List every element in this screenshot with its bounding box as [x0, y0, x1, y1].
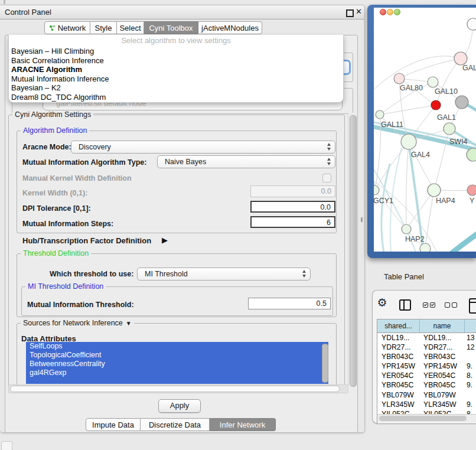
algorithm-option[interactable]: ARACNE Algorithm [9, 65, 343, 74]
horizontal-scrollbar[interactable] [8, 384, 348, 393]
table-cell [465, 352, 476, 361]
attribute-item-selected[interactable]: BetweennessCentrality [26, 360, 328, 369]
mi-type-combo[interactable]: Naive Bayes [157, 155, 335, 168]
network-node-label: GAL [462, 64, 476, 72]
column-header-name[interactable]: name [420, 319, 465, 332]
zoom-traffic-light-icon[interactable] [394, 9, 400, 15]
dpi-tolerance-label: DPI Tolerance [0,1]: [22, 204, 91, 213]
minimize-traffic-light-icon[interactable] [387, 9, 393, 15]
network-node-HAP2[interactable] [402, 224, 411, 234]
attribute-item-selected[interactable]: gal4RGexp [26, 369, 328, 377]
combo-stepper-icon[interactable] [327, 158, 331, 165]
network-node[interactable] [431, 100, 441, 110]
mi-threshold-field[interactable]: 0.5 [248, 298, 331, 309]
combo-stepper-icon[interactable] [302, 270, 306, 278]
network-node-label: GAL11 [381, 120, 403, 129]
tab-jactivemnodules[interactable]: jActiveMNodules [198, 21, 262, 34]
table-cell: 13 [465, 333, 476, 343]
table-row[interactable]: YBR045CYBR045C9. [377, 380, 476, 390]
table-icon-partial[interactable] [469, 298, 476, 314]
checked-box-icon[interactable] [423, 302, 428, 308]
vertical-scrollbar-thumb[interactable] [350, 115, 357, 387]
tab-network[interactable]: Network [44, 21, 90, 34]
network-node-GAL10[interactable] [428, 77, 438, 87]
table-cell: YBL079W [420, 390, 465, 400]
network-view-window: GALGAL80GAL10GAL11GAL1SWI4GAL4GCY1HAP4YH… [367, 5, 476, 258]
network-node[interactable] [467, 18, 476, 30]
table-cell: YBR045C [420, 380, 465, 390]
table-row[interactable]: YPR145WYPR145W9. [377, 361, 476, 371]
table-row[interactable]: YLR345WYLR345W9. [377, 400, 476, 409]
settings-gear-icon[interactable]: ⚙ [375, 296, 389, 309]
table-cell: 9. [465, 380, 476, 390]
algorithm-option[interactable]: Dream8 DC_TDC Algorithm [9, 93, 343, 102]
tab-select[interactable]: Select [117, 21, 144, 34]
manual-kernel-checkbox[interactable] [322, 174, 331, 182]
network-node-GAL80[interactable] [394, 73, 405, 84]
hub-definition-label[interactable]: Hub/Transcription Factor Definition [22, 236, 151, 245]
table-cell: YBR043C [420, 352, 465, 361]
split-columns-icon[interactable] [399, 299, 411, 311]
table-row[interactable]: YBR043CYBR043C [377, 352, 476, 361]
network-node-SWI4[interactable] [467, 148, 476, 161]
apply-button[interactable]: Apply [158, 399, 201, 413]
collapse-down-icon[interactable]: ▼ [126, 320, 132, 327]
close-traffic-light-icon[interactable] [380, 9, 386, 15]
network-node-GAL[interactable] [454, 52, 467, 65]
table-row[interactable]: YBL079WYBL079W [377, 390, 476, 400]
data-attributes-list[interactable]: SelfLoops TopologicalCoefficient Between… [26, 342, 328, 384]
column-header-shared-name[interactable]: shared... [377, 319, 420, 332]
network-node[interactable] [455, 96, 468, 109]
network-node[interactable] [420, 243, 431, 252]
table-row[interactable]: YDR27...YDR27...12 [377, 343, 476, 352]
table-row[interactable]: YDL19...YDL19...13 [377, 333, 476, 343]
column-header-partial[interactable] [465, 319, 476, 332]
tab-cyni-toolbox[interactable]: Cyni Toolbox [144, 21, 198, 34]
network-node-GAL4[interactable] [401, 134, 416, 149]
float-window-icon[interactable] [346, 9, 354, 17]
algorithm-option[interactable]: Bayesian – K2 [9, 83, 343, 93]
close-icon[interactable]: ✕ [356, 7, 362, 16]
mi-steps-field[interactable]: 6 [250, 216, 335, 228]
algorithm-option[interactable]: Bayesian – Hill Climbing [9, 47, 343, 56]
unchecked-box-icon[interactable] [445, 302, 450, 308]
table-cell: YPR145W [420, 361, 465, 371]
tab-discretize-data[interactable]: Discretize Data [141, 418, 210, 431]
network-node-GAL1[interactable] [444, 123, 455, 135]
combo-stepper-icon[interactable] [327, 143, 331, 151]
vertical-scrollbar[interactable] [348, 113, 357, 392]
table-row[interactable]: YER054CYER054C8. [377, 371, 476, 380]
kernel-width-field[interactable]: 0.0 [250, 185, 335, 197]
bottom-left-widget[interactable] [1, 441, 12, 450]
network-node-label: Y [470, 197, 475, 205]
panel-splitter-handle[interactable] [361, 217, 363, 222]
network-node-GAL11[interactable] [376, 110, 384, 119]
unchecked-box-icon[interactable] [452, 302, 457, 308]
horizontal-scrollbar-thumb[interactable] [10, 386, 340, 392]
aracne-mode-combo[interactable]: Discovery [71, 141, 335, 154]
attributes-list-scrollbar[interactable] [322, 344, 328, 383]
network-node-Y[interactable] [467, 185, 476, 195]
tab-impute-data[interactable]: Impute Data [86, 418, 141, 431]
tab-infer-network[interactable]: Infer Network [210, 418, 276, 431]
network-node-HAP4[interactable] [428, 184, 441, 197]
expand-right-icon[interactable]: ▶ [162, 236, 168, 244]
control-panel-titlebar[interactable]: Control Panel ✕ [0, 5, 364, 19]
table-cell: YER054C [420, 371, 465, 380]
window-title: Control Panel [5, 8, 51, 17]
network-canvas[interactable]: GALGAL80GAL10GAL11GAL1SWI4GAL4GCY1HAP4YH… [374, 8, 476, 252]
table-horizontal-scrollbar[interactable] [377, 414, 476, 423]
table-horizontal-scrollbar-thumb[interactable] [379, 416, 467, 421]
algorithm-option[interactable]: Basic Correlation Inference [9, 56, 343, 66]
network-node-label: GAL4 [411, 151, 430, 159]
which-threshold-combo[interactable]: MI Threshold [137, 268, 311, 281]
network-node-GCY1[interactable] [374, 185, 379, 195]
checked-box-icon[interactable] [430, 302, 435, 308]
table-header-row: shared... name [377, 319, 476, 333]
dpi-tolerance-field[interactable]: 0.0 [250, 201, 335, 213]
tab-style[interactable]: Style [90, 21, 117, 34]
attribute-item-selected[interactable]: TopologicalCoefficient [26, 351, 328, 360]
table-cell: 12 [465, 343, 476, 352]
algorithm-option[interactable]: Mutual Information Inference [9, 74, 343, 84]
attribute-item-selected[interactable]: SelfLoops [26, 342, 328, 351]
